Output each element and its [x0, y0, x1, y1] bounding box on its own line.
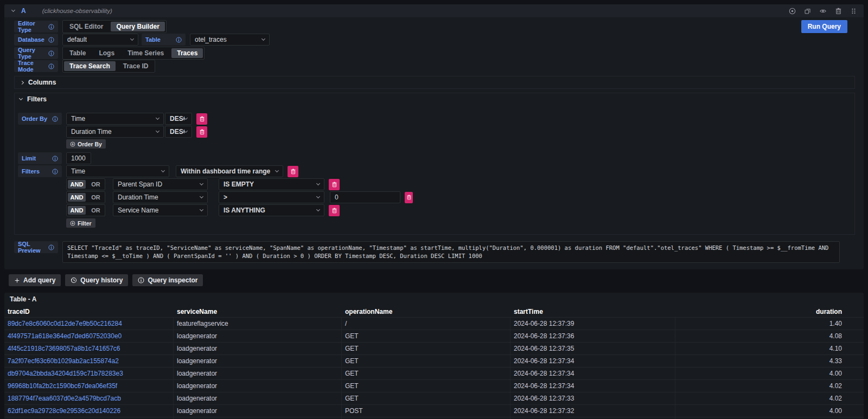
or-option[interactable]: OR [87, 205, 105, 216]
trace-id-link[interactable]: 4f45c21918c73698057a8b1c741657c6 [4, 343, 174, 354]
filters-section-body: Order By Time DESC [15, 105, 854, 234]
and-option[interactable]: AND [68, 206, 86, 215]
column-header-starttime[interactable]: startTime [510, 306, 675, 317]
duration-cell: 4.00 [675, 368, 864, 379]
info-icon[interactable] [48, 63, 54, 69]
trace-search-option[interactable]: Trace Search [64, 61, 116, 71]
info-icon[interactable] [52, 169, 58, 175]
query-inspector-button[interactable]: Query inspector [132, 274, 203, 286]
service-name-cell: loadgenerator [174, 380, 342, 392]
remove-filter-trash-icon[interactable] [405, 192, 413, 203]
chevron-down-icon [200, 182, 203, 185]
trace-id-link[interactable]: 96968b10fa2b2c1590bc67dea06ef35f [4, 380, 174, 392]
filter-field-select[interactable]: Parent Span ID [113, 178, 208, 190]
eye-icon[interactable] [819, 8, 827, 15]
filters-time-row: Filters Time Within dashboard time range [18, 165, 854, 177]
chevron-down-icon [200, 195, 203, 198]
trace-id-link[interactable]: 7a2f07ecf63c60b1029ab2ac155874a2 [4, 355, 174, 367]
column-header-duration[interactable]: duration [675, 306, 864, 317]
add-filter-button[interactable]: Filter [66, 218, 95, 228]
info-icon[interactable] [52, 156, 58, 162]
and-or-toggle: AND OR [66, 204, 105, 216]
table-row: 96968b10fa2b2c1590bc67dea06ef35f loadgen… [4, 379, 864, 392]
column-header-operationname[interactable]: operationName [342, 306, 510, 317]
trace-id-link[interactable]: 89dc7e8c6060c0d12de7e9b50c216284 [4, 318, 174, 330]
filter-field-select[interactable]: Time [66, 165, 169, 177]
service-name-cell: loadgenerator [174, 343, 342, 354]
info-icon[interactable] [48, 24, 54, 30]
table-row: 89dc7e8c6060c0d12de7e9b50c216284 feature… [4, 317, 864, 330]
add-order-by-button[interactable]: Order By [66, 139, 106, 149]
order-by-row-2: Duration Time DESC [18, 126, 854, 138]
info-icon[interactable] [48, 37, 54, 43]
query-type-logs[interactable]: Logs [92, 47, 121, 59]
or-option[interactable]: OR [87, 192, 105, 203]
table-select[interactable]: otel_traces [190, 34, 270, 46]
order-by-field-select[interactable]: Time [66, 113, 164, 125]
filter-field-select[interactable]: Service Name [113, 204, 208, 216]
query-type-traces[interactable]: Traces [171, 48, 203, 58]
trace-id-link[interactable]: db9704a2bbda34204d159c71b78283e3 [4, 368, 174, 379]
info-icon[interactable] [176, 37, 182, 43]
start-time-cell: 2024-06-28 12:37:32 [510, 405, 675, 417]
query-editor-card: A (clickhouse-observability) Editor Type… [4, 4, 864, 269]
info-circle-icon[interactable] [789, 8, 796, 15]
dashboard-edit-page: A (clickhouse-observability) Editor Type… [0, 0, 868, 419]
query-type-table[interactable]: Table [63, 47, 92, 59]
sql-editor-option[interactable]: SQL Editor [63, 21, 110, 33]
query-history-button[interactable]: Query history [65, 274, 128, 286]
info-icon[interactable] [48, 244, 54, 250]
or-option[interactable]: OR [87, 179, 105, 190]
chevron-down-icon [184, 116, 188, 120]
and-option[interactable]: AND [68, 193, 86, 202]
query-row-header[interactable]: A (clickhouse-observability) [4, 4, 864, 17]
column-header-servicename[interactable]: serviceName [174, 306, 342, 317]
filter-operator-select[interactable]: IS EMPTY [219, 178, 324, 190]
duplicate-query-icon[interactable] [804, 8, 811, 15]
trace-mode-row: Trace Mode Trace Search Trace ID [14, 60, 855, 72]
plus-icon [14, 278, 20, 283]
service-name-cell: loadgenerator [174, 405, 342, 417]
duration-cell: 4.00 [675, 405, 864, 417]
editor-type-row: Editor Type SQL Editor Query Builder Run… [14, 21, 855, 33]
collapse-chevron-icon[interactable] [11, 8, 15, 12]
query-type-time-series[interactable]: Time Series [121, 47, 170, 59]
order-by-direction-select[interactable]: DESC [165, 113, 192, 125]
filter-operator-select[interactable]: IS ANYTHING [219, 204, 324, 216]
operation-name-cell: GET [342, 330, 510, 342]
table-row: 4f497571a618e364ed7ded60752030e0 loadgen… [4, 330, 864, 342]
filter-operator-select[interactable]: > [219, 191, 324, 203]
limit-input[interactable] [66, 152, 91, 164]
trace-id-link[interactable]: 1887794f7eaa6037d0e2a4579bcd7acb [4, 392, 174, 404]
order-by-direction-select[interactable]: DESC [165, 126, 192, 138]
remove-order-by-trash-icon[interactable] [196, 126, 207, 138]
remove-query-trash-icon[interactable] [835, 8, 842, 15]
column-header-traceid[interactable]: traceID [4, 306, 174, 317]
limit-row: Limit [18, 152, 854, 164]
trace-id-option[interactable]: Trace ID [117, 60, 155, 72]
query-builder-option[interactable]: Query Builder [111, 22, 164, 31]
remove-filter-trash-icon[interactable] [288, 166, 298, 177]
label-spacer [18, 217, 62, 229]
remove-filter-trash-icon[interactable] [329, 205, 340, 216]
drag-handle-icon[interactable] [850, 8, 857, 15]
query-type-toggle: Table Logs Time Series Traces [62, 47, 205, 60]
remove-filter-trash-icon[interactable] [329, 179, 340, 190]
trace-id-link[interactable]: 4f497571a618e364ed7ded60752030e0 [4, 330, 174, 342]
and-option[interactable]: AND [68, 180, 86, 189]
remove-order-by-trash-icon[interactable] [196, 113, 207, 125]
sql-preview-text[interactable]: SELECT "TraceId" as traceID, "ServiceNam… [62, 241, 840, 263]
order-by-field-select[interactable]: Duration Time [66, 126, 164, 138]
run-query-button[interactable]: Run Query [801, 20, 847, 33]
database-select[interactable]: default [62, 34, 138, 46]
columns-section-header[interactable]: Columns [15, 76, 854, 88]
filter-field-select[interactable]: Duration Time [113, 191, 208, 203]
info-icon[interactable] [52, 116, 58, 122]
info-icon[interactable] [48, 50, 54, 56]
filter-operator-select[interactable]: Within dashboard time range [176, 165, 283, 177]
filter-value-input[interactable] [330, 191, 400, 203]
filters-section-header[interactable]: Filters [15, 93, 854, 105]
start-time-cell: 2024-06-28 12:37:35 [510, 343, 675, 354]
add-query-button[interactable]: Add query [9, 274, 61, 286]
trace-id-link[interactable]: 62df1ec9a29728c9e29536c20d140226 [4, 405, 174, 417]
